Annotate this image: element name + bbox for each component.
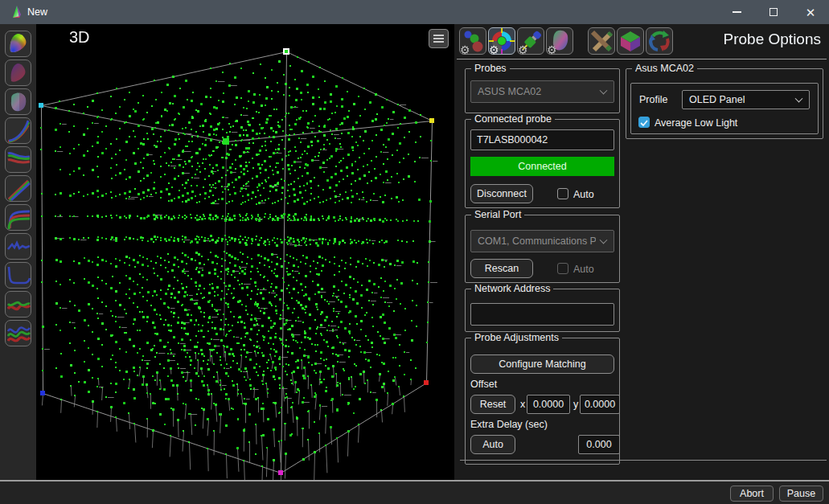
profile-dropdown[interactable]: OLED Panel — [682, 90, 810, 109]
toolbar-lut-cube-button[interactable] — [617, 27, 644, 55]
connection-status-badge: Connected — [470, 157, 614, 176]
viewport-3d[interactable]: 3D — [36, 24, 454, 481]
sidebar-item-gamut-3d[interactable] — [5, 88, 31, 115]
serial-auto-checkbox[interactable] — [557, 263, 568, 274]
device-group: Asus MCA02 Profile OLED Panel Average Lo… — [626, 68, 823, 139]
gear-icon: ⚙ — [547, 43, 557, 56]
sidebar-item-gamma-curves[interactable] — [5, 117, 31, 144]
offset-x-input[interactable] — [527, 395, 570, 414]
delay-auto-button[interactable]: Auto — [470, 435, 515, 454]
s-curves-icon — [6, 148, 31, 172]
hamburger-icon — [433, 35, 444, 36]
probes-dropdown-value: ASUS MCA02 — [478, 86, 541, 97]
network-address-input[interactable] — [470, 303, 614, 326]
minimize-button[interactable] — [718, 0, 755, 24]
three-waves-icon — [6, 322, 31, 346]
serial-port-dropdown[interactable]: COM1, Communications Port — [470, 230, 614, 252]
offset-reset-button[interactable]: Reset — [470, 395, 515, 414]
view-sidebar — [0, 24, 36, 481]
viewport-menu-button[interactable] — [429, 29, 449, 48]
toolbar-separator — [457, 59, 827, 59]
chevron-down-icon — [600, 236, 608, 244]
chevron-down-icon — [795, 95, 803, 103]
offset-y-label: y — [573, 399, 578, 410]
device-group-label: Asus MCA02 — [632, 63, 697, 74]
network-address-group: Network Address — [465, 289, 620, 332]
chevron-down-icon — [600, 87, 608, 95]
gear-icon: ⚙ — [518, 43, 528, 56]
network-address-group-label: Network Address — [471, 283, 553, 294]
toolbar-manual-edit-button[interactable] — [588, 27, 615, 55]
serial-port-group: Serial Port COM1, Communications Port Re… — [465, 215, 620, 283]
toolbar-connection-button[interactable]: ⚙ — [517, 27, 544, 55]
rescan-button[interactable]: Rescan — [470, 259, 533, 278]
sidebar-item-waves-two[interactable] — [5, 291, 31, 318]
probe-auto-label: Auto — [573, 189, 594, 200]
probes-group-label: Probes — [471, 63, 510, 74]
sidebar-item-log-curves[interactable] — [5, 204, 31, 231]
probe-adjustments-group-label: Probe Adjustments — [471, 332, 562, 343]
window-title: New — [27, 0, 47, 24]
toolbar-display-options-button[interactable]: ⚙ — [459, 27, 486, 55]
serial-port-value: COM1, Communications Port — [478, 236, 596, 247]
sidebar-item-linear-curves[interactable] — [5, 175, 31, 202]
sidebar-item-waves-three[interactable] — [5, 320, 31, 346]
probe-options-panel: ⚙ ⚙ — [454, 24, 829, 481]
extra-delay-label: Extra Delay (sec) — [470, 419, 548, 430]
configure-matching-button[interactable]: Configure Matching — [470, 354, 614, 374]
sidebar-item-line-jagged[interactable] — [5, 233, 31, 260]
probe-serial-input[interactable] — [470, 129, 614, 150]
serial-auto-label: Auto — [573, 264, 594, 275]
abort-button[interactable]: Abort — [730, 486, 774, 502]
probes-dropdown[interactable]: ASUS MCA02 — [470, 80, 614, 103]
titlebar[interactable]: New ✕ — [0, 0, 829, 24]
app-logo-icon — [10, 5, 24, 19]
cie-diagram-icon — [6, 32, 31, 56]
profile-dropdown-value: OLED Panel — [689, 94, 745, 105]
average-low-light-label: Average Low Light — [655, 117, 737, 129]
connected-probe-group-label: Connected probe — [471, 113, 555, 125]
sidebar-item-line-drop[interactable] — [5, 262, 31, 289]
log-curves-icon — [6, 206, 31, 230]
offset-y-input[interactable] — [580, 395, 620, 414]
panel-bottom-separator — [460, 460, 827, 461]
sidebar-item-s-curves[interactable] — [5, 146, 31, 173]
toolbar-gamut-settings-button[interactable]: ⚙ — [546, 27, 573, 55]
pause-button[interactable]: Pause — [779, 486, 823, 502]
probes-group: Probes ASUS MCA02 — [465, 68, 620, 113]
statusbar: Abort Pause — [0, 481, 829, 504]
sidebar-item-cie-dark[interactable] — [5, 59, 31, 86]
crossed-pencils-icon — [589, 28, 614, 54]
offset-label: Offset — [470, 379, 497, 390]
serial-port-group-label: Serial Port — [471, 209, 524, 220]
color-cube-icon — [618, 28, 643, 54]
cube-canvas[interactable] — [36, 24, 454, 481]
profile-label: Profile — [639, 94, 667, 105]
app-window: New ✕ — [0, 0, 829, 504]
jagged-line-icon — [6, 235, 31, 259]
offset-x-label: x — [520, 399, 525, 410]
drop-line-icon — [6, 264, 31, 288]
toolbar-probe-options-button[interactable]: ⚙ — [488, 27, 515, 55]
average-low-light-checkbox[interactable] — [638, 117, 650, 128]
maximize-button[interactable] — [755, 0, 792, 24]
linear-curves-icon — [6, 177, 31, 201]
check-icon — [639, 118, 649, 128]
two-waves-icon — [6, 293, 31, 317]
gamut-3d-icon — [6, 90, 31, 114]
gamma-curves-icon — [6, 119, 31, 143]
panel-title: Probe Options — [724, 31, 821, 48]
sidebar-item-cie-diagram[interactable] — [5, 31, 31, 57]
probe-auto-checkbox[interactable] — [557, 188, 568, 199]
disconnect-button[interactable]: Disconnect — [470, 184, 533, 203]
close-button[interactable]: ✕ — [792, 0, 829, 24]
toolbar-convert-button[interactable] — [646, 27, 673, 55]
connected-probe-group: Connected probe Connected Disconnect Aut… — [465, 119, 620, 208]
probe-adjustments-group: Probe Adjustments Configure Matching Off… — [465, 338, 620, 465]
gear-icon: ⚙ — [489, 43, 499, 56]
gear-icon: ⚙ — [460, 43, 470, 56]
cie-dark-icon — [6, 61, 31, 85]
delay-value-input[interactable] — [578, 435, 620, 454]
cycle-arrows-icon — [646, 28, 672, 54]
viewport-mode-label: 3D — [69, 28, 90, 47]
